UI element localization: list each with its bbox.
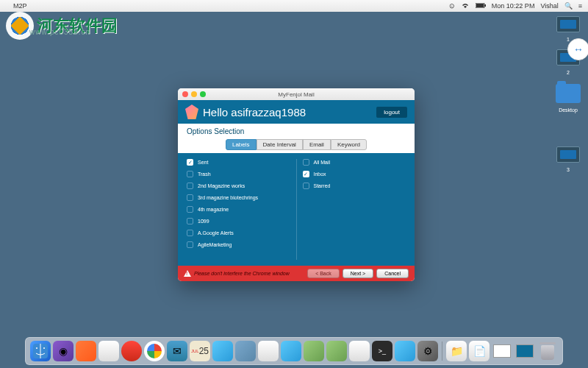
- item-label: AgileMarketing: [198, 242, 232, 247]
- app-icon-11[interactable]: [395, 341, 415, 361]
- dock-folder-2[interactable]: 📄: [469, 341, 490, 361]
- app-icon-4[interactable]: [212, 341, 233, 361]
- back-button[interactable]: < Back: [307, 269, 340, 278]
- checkbox-icon[interactable]: [187, 183, 193, 189]
- desktop-folder-label: Desktop: [559, 107, 578, 113]
- desktop-folder-icon[interactable]: [556, 84, 581, 103]
- cancel-button[interactable]: Cancel: [376, 269, 409, 278]
- app-icon-1[interactable]: [76, 341, 96, 361]
- item-label: 4th magazine: [198, 207, 229, 212]
- warning-icon: [184, 270, 191, 277]
- notification-icon[interactable]: ≡: [578, 2, 582, 10]
- checkbox-icon[interactable]: ✓: [187, 159, 193, 166]
- footer-buttons: < Back Next > Cancel: [307, 269, 409, 278]
- dock-window-2[interactable]: [514, 341, 535, 361]
- item-label: 2nd Magazine works: [198, 183, 245, 188]
- terminal-icon[interactable]: >_: [372, 341, 392, 361]
- list-item[interactable]: A.Google Alerts: [187, 230, 290, 236]
- tab-labels[interactable]: Labels: [226, 139, 257, 150]
- checkbox-icon[interactable]: ✓: [303, 171, 309, 177]
- logout-button[interactable]: logout: [376, 107, 407, 118]
- checkbox-icon[interactable]: [303, 183, 309, 189]
- list-item[interactable]: 1099: [187, 218, 290, 224]
- app-icon-8[interactable]: [304, 341, 324, 361]
- checkbox-icon[interactable]: [187, 241, 193, 248]
- menubar-right: ⊙ Mon 10:22 PM Vishal 🔍 ≡: [449, 2, 582, 10]
- app-icon-6[interactable]: [258, 341, 279, 361]
- item-label: Starred: [314, 183, 331, 188]
- finder-icon[interactable]: [30, 341, 51, 361]
- footer-bar: Please don't interfere the Chrome window…: [178, 266, 415, 281]
- warning-text: Please don't interfere the Chrome window: [194, 271, 290, 276]
- app-logo-icon: [185, 105, 198, 119]
- wifi-icon[interactable]: [461, 2, 470, 10]
- dock: ◉ ✉ JUL25 >_ ⚙ 📁 📄: [25, 337, 563, 365]
- space-2-label: 2: [567, 70, 570, 75]
- chrome-icon[interactable]: [144, 341, 165, 361]
- checkbox-icon[interactable]: [187, 171, 193, 177]
- menubar-user[interactable]: Vishal: [540, 2, 558, 10]
- list-item[interactable]: All Mail: [303, 159, 406, 166]
- dock-folder-1[interactable]: 📁: [446, 341, 467, 361]
- list-item[interactable]: Trash: [187, 171, 290, 177]
- item-label: Sent: [198, 160, 208, 165]
- checkbox-icon[interactable]: [303, 159, 309, 166]
- window-titlebar[interactable]: MyFenjol Mail: [178, 88, 415, 100]
- app-window: MyFenjol Mail Hello asifrazzaq1988 logou…: [178, 88, 415, 281]
- support-icon[interactable]: ⊙: [449, 2, 455, 10]
- warning-message: Please don't interfere the Chrome window: [184, 270, 290, 277]
- svg-rect-2: [484, 4, 486, 7]
- app-icon-7[interactable]: [281, 341, 301, 361]
- tab-email[interactable]: Email: [303, 139, 331, 150]
- checkbox-icon[interactable]: [187, 194, 193, 201]
- greeting-text: Hello asifrazzaq1988: [203, 106, 306, 118]
- list-item[interactable]: Starred: [303, 183, 406, 189]
- menubar-left: M2P: [6, 2, 27, 10]
- calendar-icon[interactable]: JUL25: [190, 341, 210, 361]
- checkbox-icon[interactable]: [187, 206, 193, 213]
- mail-icon[interactable]: ✉: [167, 341, 187, 361]
- space-1-label: 1: [567, 37, 570, 42]
- app-icon-9[interactable]: [326, 341, 347, 361]
- settings-icon[interactable]: ⚙: [417, 341, 438, 361]
- app-icon-3[interactable]: [121, 341, 142, 361]
- dock-window-1[interactable]: [492, 341, 512, 361]
- list-item[interactable]: 2nd Magazine works: [187, 183, 290, 189]
- checkbox-icon[interactable]: [187, 230, 193, 236]
- space-3-label: 3: [567, 167, 570, 172]
- app-menu-name[interactable]: M2P: [13, 2, 27, 10]
- svg-point-5: [43, 347, 45, 349]
- tab-keyword[interactable]: Keyword: [331, 139, 367, 150]
- battery-icon[interactable]: [476, 2, 486, 10]
- next-button[interactable]: Next >: [343, 269, 373, 278]
- item-label: Inbox: [314, 171, 326, 177]
- menubar-time[interactable]: Mon 10:22 PM: [492, 2, 535, 10]
- app-icon-10[interactable]: [349, 341, 370, 361]
- list-item[interactable]: ✓Sent: [187, 159, 290, 166]
- item-label: 3rd magazine biotechrings: [198, 195, 258, 200]
- watermark-url: www.pc0359.cn: [29, 28, 90, 36]
- svg-rect-1: [476, 4, 484, 7]
- desktop-space-3[interactable]: [556, 146, 580, 163]
- left-column: ✓SentTrash2nd Magazine works3rd magazine…: [187, 159, 297, 260]
- item-label: A.Google Alerts: [198, 230, 234, 236]
- tab-date-interval[interactable]: Date Interval: [257, 139, 303, 150]
- list-item[interactable]: 3rd magazine biotechrings: [187, 194, 290, 201]
- teamviewer-icon[interactable]: ↔: [567, 38, 588, 60]
- app-icon-2[interactable]: [98, 341, 119, 361]
- section-header: Options Selection: [178, 124, 415, 139]
- window-title: MyFenjol Mail: [178, 91, 415, 98]
- siri-icon[interactable]: ◉: [53, 341, 74, 361]
- app-icon-5[interactable]: [235, 341, 256, 361]
- tabs-row: Labels Date Interval Email Keyword: [178, 139, 415, 153]
- menubar: M2P ⊙ Mon 10:22 PM Vishal 🔍 ≡: [0, 0, 588, 12]
- trash-icon[interactable]: [537, 341, 558, 361]
- list-item[interactable]: ✓Inbox: [303, 171, 406, 177]
- list-item[interactable]: AgileMarketing: [187, 241, 290, 248]
- spotlight-icon[interactable]: 🔍: [564, 2, 573, 10]
- checkbox-icon[interactable]: [187, 218, 193, 224]
- desktop-space-1[interactable]: [556, 16, 580, 32]
- labels-panel: ✓SentTrash2nd Magazine works3rd magazine…: [178, 153, 415, 266]
- list-item[interactable]: 4th magazine: [187, 206, 290, 213]
- app-header: Hello asifrazzaq1988 logout: [178, 100, 415, 124]
